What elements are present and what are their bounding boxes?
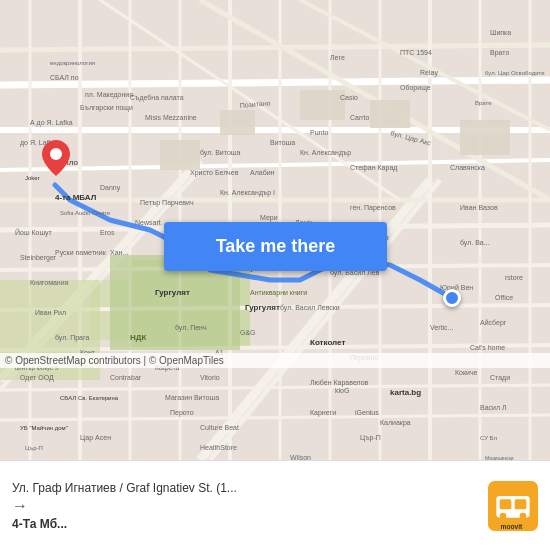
svg-text:ген. Паренсов: ген. Паренсов [350, 204, 396, 212]
svg-text:Съдебна палата: Съдебна палата [130, 94, 184, 102]
route-from: Ул. Граф Игнатиев / Graf Ignatiev St. (1… [12, 481, 292, 495]
svg-text:Одет ООД: Одет ООД [20, 374, 54, 382]
svg-text:Калиакра: Калиакра [380, 419, 411, 427]
svg-rect-142 [515, 499, 527, 509]
svg-text:Casio: Casio [340, 94, 358, 101]
svg-text:Славянска: Славянска [450, 164, 485, 171]
svg-text:Врато: Врато [490, 49, 509, 57]
svg-text:Христо Белчев: Христо Белчев [190, 169, 239, 177]
svg-text:Мери: Мери [260, 214, 278, 222]
svg-text:бул. Пенч: бул. Пенч [175, 324, 207, 332]
svg-text:Врате: Врате [475, 100, 492, 106]
svg-text:Цър-П: Цър-П [360, 434, 381, 442]
svg-text:Punto: Punto [310, 129, 328, 136]
svg-line-16 [0, 80, 550, 85]
svg-text:Carrto: Carrto [350, 114, 370, 121]
bottom-bar: Ул. Граф Игнатиев / Graf Ignatiev St. (1… [0, 460, 550, 550]
map-container: Позитано Леге Relay Врате бул. Цар Акс С… [0, 0, 550, 460]
svg-text:Иван Вазов: Иван Вазов [460, 204, 498, 211]
svg-text:бул. Ва...: бул. Ва... [460, 239, 490, 247]
svg-text:Леге: Леге [330, 54, 345, 61]
svg-rect-38 [460, 120, 510, 155]
svg-text:Български пощи: Български пощи [80, 104, 133, 112]
svg-text:Contrabar: Contrabar [110, 374, 142, 381]
svg-text:4-та МБАЛ: 4-та МБАЛ [55, 193, 97, 202]
svg-text:Кн. Александър I: Кн. Александър I [220, 189, 275, 197]
svg-text:бул. Прага: бул. Прага [55, 334, 89, 342]
svg-text:Cat's home: Cat's home [470, 344, 505, 351]
svg-text:УБ "Майчин дом": УБ "Майчин дом" [20, 425, 68, 431]
svg-text:Vitorio: Vitorio [200, 374, 220, 381]
svg-text:Стади: Стади [490, 374, 510, 382]
svg-text:Danny: Danny [100, 184, 121, 192]
svg-text:Шипка: Шипка [490, 29, 511, 36]
svg-rect-36 [300, 90, 345, 120]
svg-text:Оборище: Оборище [400, 84, 431, 92]
svg-text:Васил Л: Васил Л [480, 404, 507, 411]
destination-dot [443, 289, 461, 307]
svg-text:G&G: G&G [240, 329, 256, 336]
svg-rect-37 [370, 100, 410, 128]
svg-text:Culture Beat: Culture Beat [200, 424, 239, 431]
svg-text:Петър Парчевич: Петър Парчевич [140, 199, 194, 207]
route-arrow: → [12, 497, 488, 515]
svg-text:Кокиче: Кокиче [455, 369, 478, 376]
route-info: Ул. Граф Игнатиев / Graf Ignatiev St. (1… [12, 481, 488, 531]
svg-text:Йош Кошут: Йош Кошут [15, 228, 53, 237]
svg-text:Антикварни книги: Антикварни книги [250, 289, 307, 297]
svg-text:Цър-П: Цър-П [25, 445, 43, 451]
svg-rect-141 [500, 499, 512, 509]
svg-point-143 [500, 512, 507, 519]
svg-text:Любен Каравелов: Любен Каравелов [310, 379, 369, 387]
svg-text:Кн. Александър: Кн. Александър [300, 149, 351, 157]
svg-text:ПТС 1594: ПТС 1594 [400, 49, 432, 56]
svg-text:Newsart: Newsart [135, 219, 161, 226]
svg-point-138 [50, 148, 62, 160]
svg-text:Steinberger: Steinberger [20, 254, 57, 262]
svg-text:бул. Витоша: бул. Витоша [200, 149, 240, 157]
svg-text:moovit: moovit [501, 522, 524, 529]
svg-text:Витоша: Витоша [270, 139, 295, 146]
svg-text:бул. Васил Левски: бул. Васил Левски [280, 304, 340, 312]
svg-text:Relay: Relay [420, 69, 438, 77]
svg-text:СБАЛ по: СБАЛ по [50, 74, 79, 81]
svg-text:ендокринология: ендокринология [50, 60, 95, 66]
svg-text:Sofia Audio Centre: Sofia Audio Centre [60, 210, 111, 216]
svg-text:Иван Рил: Иван Рил [35, 309, 66, 316]
svg-rect-34 [160, 140, 200, 170]
svg-text:СБАЛ Св. Екатерина: СБАЛ Св. Екатерина [60, 395, 119, 401]
svg-text:karta.bg: karta.bg [390, 388, 421, 397]
origin-pin [42, 140, 70, 176]
svg-text:Vertic...: Vertic... [430, 324, 453, 331]
svg-text:Перото: Перото [170, 409, 194, 417]
svg-text:Стефан Карад: Стефан Карад [350, 164, 397, 172]
map-copyright: © OpenStreetMap contributors | © OpenMap… [0, 353, 550, 368]
svg-point-144 [520, 512, 527, 519]
svg-text:Книгомания: Книгомания [30, 279, 69, 286]
route-to: 4-Та Мб... [12, 517, 488, 531]
svg-text:kloG: kloG [335, 387, 349, 394]
svg-text:Алабин: Алабин [250, 169, 275, 176]
svg-text:Цар Асен: Цар Асен [80, 434, 111, 442]
svg-text:Гургулят: Гургулят [155, 288, 190, 297]
svg-text:HealthStore: HealthStore [200, 444, 237, 451]
svg-text:Хан...: Хан... [110, 249, 128, 256]
svg-text:НДК: НДК [130, 333, 146, 342]
svg-text:Котколет: Котколет [310, 338, 345, 347]
svg-text:Misis Mezzanine: Misis Mezzanine [145, 114, 197, 121]
take-me-there-button[interactable]: Take me there [164, 222, 387, 271]
svg-text:бул. Цар Освободите: бул. Цар Освободите [485, 70, 545, 76]
svg-text:Joker: Joker [25, 175, 40, 181]
svg-text:Айсберг: Айсберг [480, 319, 507, 327]
svg-text:Руски паметник: Руски паметник [55, 249, 107, 257]
svg-text:СУ Бл: СУ Бл [480, 435, 497, 441]
svg-text:Гургулят: Гургулят [245, 303, 280, 312]
svg-text:пл. Македония: пл. Македония [85, 91, 133, 99]
svg-text:Магазин Витоша: Магазин Витоша [165, 394, 219, 401]
svg-text:rstore: rstore [505, 274, 523, 281]
svg-text:А до Я. Lafka: А до Я. Lafka [30, 119, 73, 127]
svg-text:iGenius: iGenius [355, 409, 379, 416]
svg-text:Eros: Eros [100, 229, 115, 236]
svg-rect-35 [220, 110, 255, 135]
moovit-logo: moovit [488, 481, 538, 531]
